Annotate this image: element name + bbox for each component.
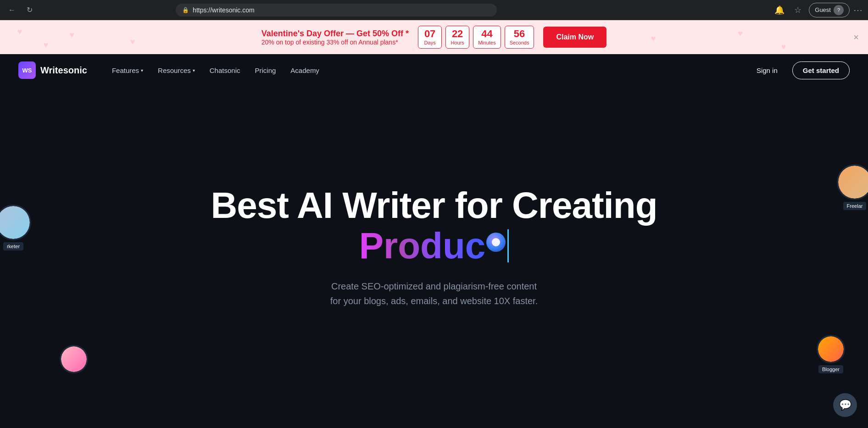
countdown-timer: 07 Days 22 Hours 44 Minutes 56 Seconds xyxy=(418,26,534,49)
timer-hours-value: 22 xyxy=(452,29,463,39)
heart-decoration: ♥ xyxy=(17,27,22,37)
banner-title: Valentine's Day Offer — Get 50% Off * xyxy=(262,29,409,39)
timer-minutes: 44 Minutes xyxy=(473,26,501,49)
blogger-face xyxy=(818,336,844,362)
avatar-blogger: Blogger xyxy=(817,335,845,373)
timer-days-value: 07 xyxy=(424,29,435,39)
get-started-button[interactable]: Get started xyxy=(792,61,850,79)
url-text: https://writesonic.com xyxy=(193,6,255,14)
sign-in-button[interactable]: Sign in xyxy=(749,63,785,78)
timer-seconds-label: Seconds xyxy=(510,40,529,45)
nav-pricing[interactable]: Pricing xyxy=(248,63,282,78)
logo-icon: WS xyxy=(18,61,36,79)
timer-seconds: 56 Seconds xyxy=(505,26,534,49)
banner-close-button[interactable]: × xyxy=(853,32,859,43)
avatar-pink xyxy=(60,345,88,373)
browser-bookmark-icon[interactable]: ☆ xyxy=(790,3,805,17)
timer-days-label: Days xyxy=(424,40,436,45)
logo-area[interactable]: WS Writesonic xyxy=(18,61,87,79)
timer-days: 07 Days xyxy=(418,26,442,49)
timer-hours-label: Hours xyxy=(451,40,464,45)
timer-seconds-value: 56 xyxy=(514,29,525,39)
avatar-freelancer-label: Freelar xyxy=(843,202,867,210)
marketer-face xyxy=(0,206,30,239)
browser-bell-icon[interactable]: 🔔 xyxy=(772,3,787,17)
banner-text-block: Valentine's Day Offer — Get 50% Off * 20… xyxy=(262,29,409,46)
hero-gradient-text: Produc xyxy=(359,226,486,266)
heart-decoration: ♥ xyxy=(738,29,743,39)
avatar-marketer-image xyxy=(0,205,31,240)
nav-resources[interactable]: Resources ▾ xyxy=(151,63,201,78)
back-button[interactable]: ← xyxy=(6,4,18,17)
chatsonic-orb-icon xyxy=(486,233,506,252)
hero-section: rketer Freelar Blogger Best AI Writer fo… xyxy=(0,86,868,398)
heart-decoration: ♥ xyxy=(69,30,74,40)
freelancer-face xyxy=(838,166,868,199)
nav-right: Sign in Get started xyxy=(749,61,850,79)
heart-decoration: ♥ xyxy=(44,40,49,50)
avatar-pink-image xyxy=(60,345,88,373)
hero-title-line1: Best AI Writer for Creating xyxy=(211,185,657,226)
avatar-freelancer: Freelar xyxy=(837,164,868,210)
avatar-blogger-image xyxy=(817,335,845,363)
heart-decoration: ♥ xyxy=(130,37,135,47)
banner-subtitle: 20% on top of existing 33% off on Annual… xyxy=(262,39,409,46)
address-bar[interactable]: 🔒 https://writesonic.com xyxy=(176,4,497,17)
hero-typing-area xyxy=(485,229,509,262)
hero-title-line2: Produc xyxy=(359,226,509,266)
nav-links: Features ▾ Resources ▾ Chatsonic Pricing… xyxy=(106,63,326,78)
hero-subtitle: Create SEO-optimized and plagiarism-free… xyxy=(330,279,538,308)
heart-decoration: ♥ xyxy=(651,34,656,44)
typing-cursor xyxy=(507,229,509,262)
avatar-marketer-label: rketer xyxy=(3,242,23,250)
more-options-button[interactable]: ⋯ xyxy=(853,5,862,16)
nav-academy[interactable]: Academy xyxy=(284,63,326,78)
timer-minutes-value: 44 xyxy=(481,29,492,39)
heart-decoration: ♥ xyxy=(781,42,786,52)
user-avatar: ? xyxy=(834,5,844,15)
promo-banner: ♥ ♥ ♥ ♥ ♥ ♥ ♥ Valentine's Day Offer — Ge… xyxy=(0,20,868,54)
browser-chrome: ← ↻ 🔒 https://writesonic.com 🔔 ☆ Guest ?… xyxy=(0,0,868,20)
guest-label: Guest xyxy=(815,6,831,13)
avatar-freelancer-image xyxy=(837,164,868,200)
resources-chevron-icon: ▾ xyxy=(193,68,195,73)
avatar-marketer: rketer xyxy=(0,205,31,250)
navbar: WS Writesonic Features ▾ Resources ▾ Cha… xyxy=(0,54,868,86)
features-chevron-icon: ▾ xyxy=(141,68,143,73)
chatsonic-orb-inner xyxy=(492,238,500,246)
browser-right-icons: 🔔 ☆ Guest ? ⋯ xyxy=(772,3,862,17)
nav-features[interactable]: Features ▾ xyxy=(106,63,150,78)
pink-face xyxy=(61,346,87,372)
logo-text: Writesonic xyxy=(40,65,87,76)
timer-minutes-label: Minutes xyxy=(478,40,496,45)
guest-profile-button[interactable]: Guest ? xyxy=(809,3,850,17)
nav-chatsonic[interactable]: Chatsonic xyxy=(203,63,247,78)
claim-now-button[interactable]: Claim Now xyxy=(543,27,606,48)
avatar-blogger-label: Blogger xyxy=(818,365,843,373)
timer-hours: 22 Hours xyxy=(445,26,469,49)
lock-icon: 🔒 xyxy=(182,7,189,13)
refresh-button[interactable]: ↻ xyxy=(23,4,36,17)
